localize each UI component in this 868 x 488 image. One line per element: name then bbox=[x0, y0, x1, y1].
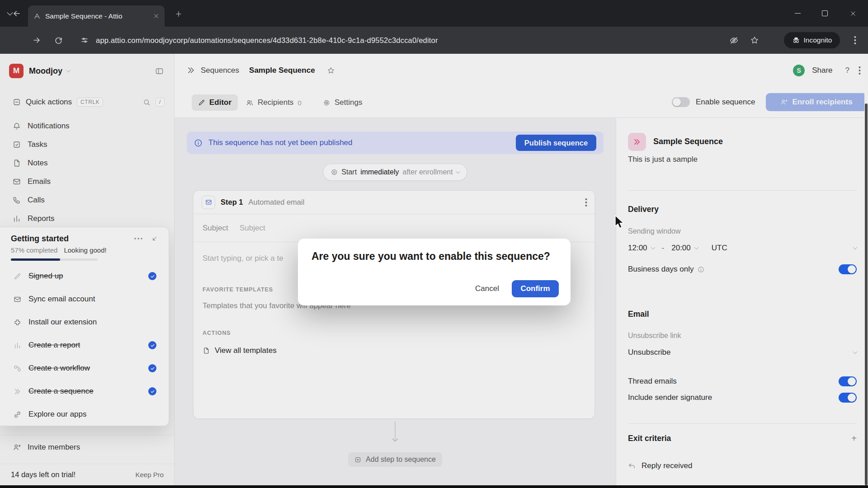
incognito-badge: Incognito bbox=[784, 32, 840, 48]
window-bottom-edge bbox=[0, 485, 868, 488]
dialog-title: Are you sure you want to enable this seq… bbox=[311, 250, 557, 263]
mouse-cursor bbox=[614, 215, 626, 230]
reload-icon bbox=[54, 36, 63, 45]
url-bar[interactable]: app.attio.com/moodjoycorp/automations/se… bbox=[96, 27, 720, 54]
reload-button[interactable] bbox=[51, 33, 66, 48]
url-text: app.attio.com/moodjoycorp/automations/se… bbox=[96, 36, 438, 45]
star-icon bbox=[750, 36, 759, 45]
minimize-icon bbox=[795, 13, 801, 14]
kebab-menu-icon bbox=[854, 36, 856, 45]
plus-icon bbox=[175, 10, 182, 18]
window-maximize-button[interactable] bbox=[811, 0, 838, 27]
preview-visibility-button[interactable] bbox=[728, 35, 740, 46]
forward-button[interactable] bbox=[29, 33, 44, 48]
tab-title: Sample Sequence - Attio bbox=[45, 12, 149, 20]
browser-tab[interactable]: Sample Sequence - Attio bbox=[28, 5, 165, 27]
tune-icon bbox=[80, 36, 89, 44]
confirm-button[interactable]: Confirm bbox=[512, 280, 559, 297]
site-info-button[interactable] bbox=[80, 35, 90, 45]
browser-menu-button[interactable] bbox=[850, 33, 860, 47]
page-scrollbar[interactable] bbox=[864, 54, 868, 485]
arrow-left-icon bbox=[12, 9, 21, 18]
back-button[interactable] bbox=[9, 6, 24, 21]
browser-toolbar: app.attio.com/moodjoycorp/automations/se… bbox=[0, 27, 868, 54]
tab-close-icon[interactable] bbox=[153, 13, 159, 19]
confirm-dialog: Are you sure you want to enable this seq… bbox=[298, 239, 571, 305]
incognito-label: Incognito bbox=[804, 36, 832, 44]
incognito-icon bbox=[792, 36, 800, 44]
scrollbar-thumb[interactable] bbox=[865, 103, 868, 485]
cancel-button[interactable]: Cancel bbox=[475, 284, 499, 293]
eye-off-icon bbox=[729, 36, 739, 45]
browser-titlebar: Sample Sequence - Attio bbox=[0, 0, 868, 27]
bookmark-button[interactable] bbox=[749, 34, 760, 46]
attio-favicon bbox=[33, 13, 41, 20]
new-tab-button[interactable] bbox=[174, 9, 184, 19]
arrow-right-icon bbox=[32, 36, 41, 45]
window-close-button[interactable] bbox=[838, 0, 868, 27]
close-icon bbox=[850, 10, 856, 17]
maximize-icon bbox=[822, 10, 828, 16]
window-minimize-button[interactable] bbox=[784, 0, 811, 27]
